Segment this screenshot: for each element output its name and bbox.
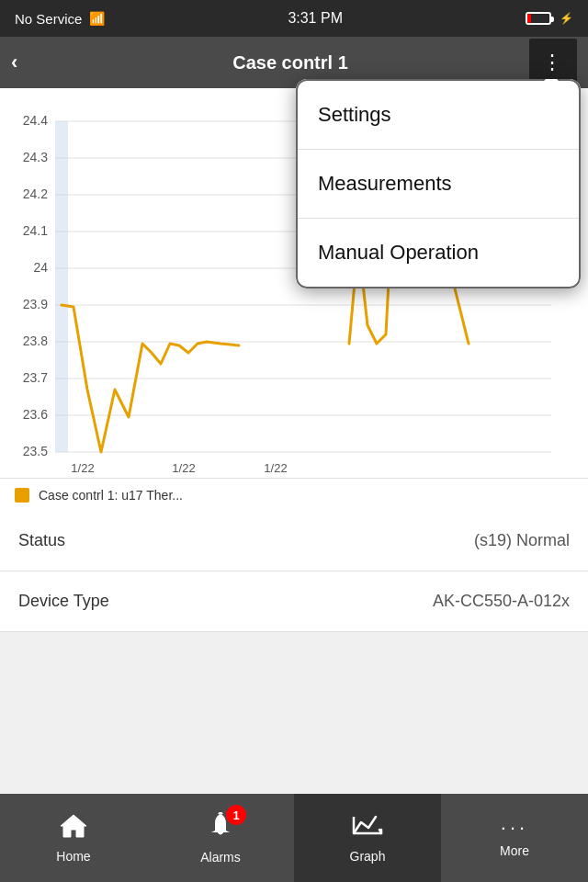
tab-alarms-label: Alarms bbox=[200, 850, 241, 865]
svg-text:24.2: 24.2 bbox=[23, 187, 48, 201]
tab-bar: Home 1 Alarms Graph ··· More bbox=[0, 794, 588, 882]
device-type-row: Device Type AK-CC550-A-012x bbox=[0, 571, 588, 632]
svg-text:1/22: 1/22 bbox=[172, 461, 195, 475]
battery-icon bbox=[526, 12, 551, 25]
legend-bar: Case contrl 1: u17 Ther... bbox=[0, 478, 588, 511]
graph-icon bbox=[352, 813, 383, 843]
svg-text:23.6: 23.6 bbox=[23, 407, 48, 422]
bolt-icon: ⚡ bbox=[560, 12, 573, 25]
menu-item-settings[interactable]: Settings bbox=[298, 81, 579, 150]
tab-more-label: More bbox=[500, 843, 529, 858]
svg-text:24: 24 bbox=[33, 260, 48, 275]
svg-text:1/22: 1/22 bbox=[71, 461, 94, 475]
time-label: 3:31 PM bbox=[288, 10, 343, 27]
svg-text:1/22: 1/22 bbox=[264, 461, 287, 475]
more-dots-icon: ··· bbox=[501, 818, 528, 838]
wifi-icon: 📶 bbox=[89, 11, 105, 26]
page-title: Case contrl 1 bbox=[232, 52, 348, 74]
carrier-info: No Service 📶 bbox=[15, 11, 105, 27]
svg-line-28 bbox=[220, 812, 222, 814]
svg-text:24.1: 24.1 bbox=[23, 223, 48, 238]
menu-item-measurements[interactable]: Measurements bbox=[298, 150, 579, 219]
device-type-label: Device Type bbox=[18, 592, 109, 611]
svg-rect-20 bbox=[55, 121, 68, 452]
tab-home[interactable]: Home bbox=[0, 794, 147, 882]
carrier-label: No Service bbox=[15, 11, 82, 27]
dropdown-border: Settings Measurements Manual Operation bbox=[296, 79, 581, 288]
alarms-badge: 1 bbox=[226, 805, 246, 825]
legend-color-swatch bbox=[15, 488, 29, 503]
status-row: Status (s19) Normal bbox=[0, 511, 588, 571]
tab-graph-label: Graph bbox=[350, 849, 386, 864]
device-type-value: AK-CC550-A-012x bbox=[433, 592, 570, 611]
back-button[interactable]: ‹ bbox=[11, 51, 51, 74]
battery-area: ⚡ bbox=[526, 12, 573, 25]
status-label: Status bbox=[18, 531, 65, 550]
tab-graph[interactable]: Graph bbox=[294, 794, 441, 882]
tab-more[interactable]: ··· More bbox=[441, 794, 588, 882]
tab-alarms[interactable]: 1 Alarms bbox=[147, 794, 294, 882]
svg-text:23.8: 23.8 bbox=[23, 334, 48, 348]
info-section: Status (s19) Normal Device Type AK-CC550… bbox=[0, 511, 588, 632]
svg-text:23.9: 23.9 bbox=[23, 297, 48, 311]
tab-home-label: Home bbox=[56, 849, 90, 864]
dots-icon: ⋮ bbox=[542, 51, 564, 74]
status-bar: No Service 📶 3:31 PM ⚡ bbox=[0, 0, 588, 37]
svg-text:23.7: 23.7 bbox=[23, 370, 48, 385]
status-value: (s19) Normal bbox=[474, 531, 570, 550]
legend-text: Case contrl 1: u17 Ther... bbox=[39, 488, 183, 503]
svg-text:23.5: 23.5 bbox=[23, 444, 48, 458]
back-icon: ‹ bbox=[11, 51, 17, 74]
menu-item-manual-operation[interactable]: Manual Operation bbox=[298, 219, 579, 287]
dropdown-menu: Settings Measurements Manual Operation bbox=[296, 79, 581, 288]
svg-text:24.4: 24.4 bbox=[23, 113, 48, 128]
home-icon bbox=[59, 813, 88, 843]
svg-text:24.3: 24.3 bbox=[23, 150, 48, 164]
